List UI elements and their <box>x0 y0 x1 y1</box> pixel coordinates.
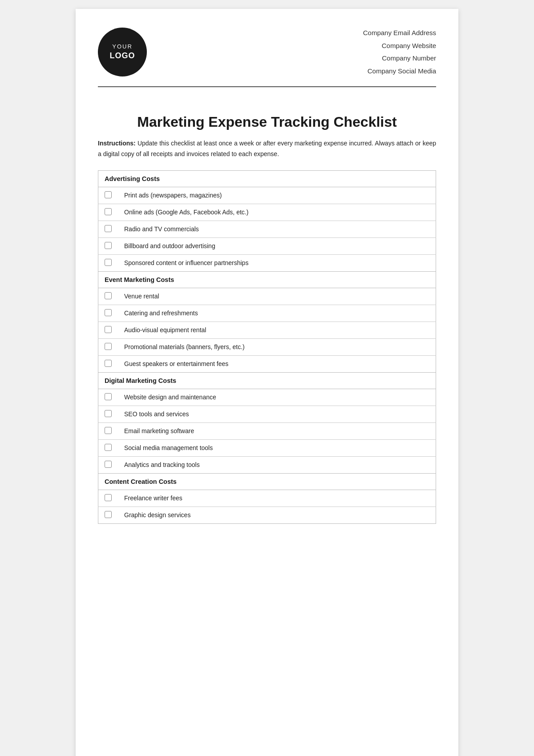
instructions: Instructions: Update this checklist at l… <box>98 138 436 160</box>
checklist-item: Billboard and outdoor advertising <box>98 237 436 254</box>
checkbox[interactable] <box>105 242 112 249</box>
title-section: Marketing Expense Tracking Checklist <box>98 114 436 130</box>
item-label: Website design and maintenance <box>118 389 436 406</box>
checklist-item: SEO tools and services <box>98 406 436 422</box>
checklist-item: Website design and maintenance <box>98 389 436 406</box>
checkbox-cell[interactable] <box>98 456 118 473</box>
checkbox-cell[interactable] <box>98 221 118 237</box>
section-header: Advertising Costs <box>98 170 436 187</box>
checkbox-cell[interactable] <box>98 389 118 406</box>
section-header: Event Marketing Costs <box>98 271 436 288</box>
company-number: Company Number <box>363 52 436 65</box>
checkbox[interactable] <box>105 444 112 451</box>
checklist-item: Guest speakers or entertainment fees <box>98 355 436 372</box>
item-label: Radio and TV commercials <box>118 221 436 237</box>
checklist-item: Radio and TV commercials <box>98 221 436 237</box>
header: YOUR LOGO Company Email Address Company … <box>98 27 436 77</box>
checkbox[interactable] <box>105 225 112 232</box>
checkbox[interactable] <box>105 511 112 518</box>
item-label: Billboard and outdoor advertising <box>118 237 436 254</box>
checkbox-cell[interactable] <box>98 406 118 422</box>
item-label: Catering and refreshments <box>118 305 436 322</box>
checkbox-cell[interactable] <box>98 237 118 254</box>
company-info: Company Email Address Company Website Co… <box>363 27 436 77</box>
checklist-item: Analytics and tracking tools <box>98 456 436 473</box>
instructions-text: Update this checklist at least once a we… <box>98 140 436 157</box>
checklist-item: Promotional materials (banners, flyers, … <box>98 338 436 355</box>
checklist-item: Venue rental <box>98 288 436 305</box>
checklist-item: Print ads (newspapers, magazines) <box>98 187 436 204</box>
checkbox-cell[interactable] <box>98 305 118 322</box>
item-label: Promotional materials (banners, flyers, … <box>118 338 436 355</box>
checkbox[interactable] <box>105 343 112 350</box>
checkbox[interactable] <box>105 410 112 417</box>
item-label: Email marketing software <box>118 422 436 439</box>
instructions-label: Instructions: <box>98 140 136 147</box>
page: YOUR LOGO Company Email Address Company … <box>76 9 458 756</box>
item-label: Print ads (newspapers, magazines) <box>118 187 436 204</box>
checkbox[interactable] <box>105 427 112 434</box>
company-website: Company Website <box>363 40 436 52</box>
header-divider <box>98 86 436 87</box>
checkbox-cell[interactable] <box>98 288 118 305</box>
checkbox[interactable] <box>105 360 112 367</box>
checklist-item: Sponsored content or influencer partners… <box>98 254 436 271</box>
section-title: Digital Marketing Costs <box>98 372 436 389</box>
checklist-item: Audio-visual equipment rental <box>98 322 436 338</box>
checklist-item: Catering and refreshments <box>98 305 436 322</box>
checkbox[interactable] <box>105 461 112 468</box>
checkbox[interactable] <box>105 309 112 316</box>
checkbox-cell[interactable] <box>98 254 118 271</box>
logo-text-your: YOUR <box>112 43 133 51</box>
checklist-item: Freelance writer fees <box>98 490 436 507</box>
section-header: Content Creation Costs <box>98 473 436 490</box>
item-label: Sponsored content or influencer partners… <box>118 254 436 271</box>
checkbox[interactable] <box>105 393 112 400</box>
section-title: Content Creation Costs <box>98 473 436 490</box>
item-label: Venue rental <box>118 288 436 305</box>
checkbox-cell[interactable] <box>98 187 118 204</box>
item-label: Graphic design services <box>118 507 436 523</box>
company-social: Company Social Media <box>363 65 436 78</box>
company-email: Company Email Address <box>363 27 436 40</box>
checklist-item: Email marketing software <box>98 422 436 439</box>
checkbox[interactable] <box>105 494 112 501</box>
checklist-item: Social media management tools <box>98 439 436 456</box>
checkbox-cell[interactable] <box>98 355 118 372</box>
item-label: Audio-visual equipment rental <box>118 322 436 338</box>
checklist-item: Graphic design services <box>98 507 436 523</box>
checkbox[interactable] <box>105 259 112 266</box>
checkbox[interactable] <box>105 292 112 299</box>
checkbox-cell[interactable] <box>98 204 118 221</box>
item-label: Freelance writer fees <box>118 490 436 507</box>
checkbox[interactable] <box>105 208 112 215</box>
item-label: SEO tools and services <box>118 406 436 422</box>
checkbox-cell[interactable] <box>98 338 118 355</box>
checkbox-cell[interactable] <box>98 507 118 523</box>
section-title: Advertising Costs <box>98 170 436 187</box>
checkbox-cell[interactable] <box>98 439 118 456</box>
checkbox[interactable] <box>105 191 112 198</box>
section-header: Digital Marketing Costs <box>98 372 436 389</box>
item-label: Guest speakers or entertainment fees <box>118 355 436 372</box>
item-label: Online ads (Google Ads, Facebook Ads, et… <box>118 204 436 221</box>
item-label: Analytics and tracking tools <box>118 456 436 473</box>
main-title: Marketing Expense Tracking Checklist <box>98 114 436 130</box>
item-label: Social media management tools <box>118 439 436 456</box>
checkbox-cell[interactable] <box>98 490 118 507</box>
checkbox-cell[interactable] <box>98 422 118 439</box>
section-title: Event Marketing Costs <box>98 271 436 288</box>
checklist-table: Advertising Costs Print ads (newspapers,… <box>98 170 436 524</box>
company-logo: YOUR LOGO <box>98 28 147 76</box>
checkbox-cell[interactable] <box>98 322 118 338</box>
checklist-item: Online ads (Google Ads, Facebook Ads, et… <box>98 204 436 221</box>
logo-text-logo: LOGO <box>110 51 135 61</box>
checkbox[interactable] <box>105 326 112 333</box>
